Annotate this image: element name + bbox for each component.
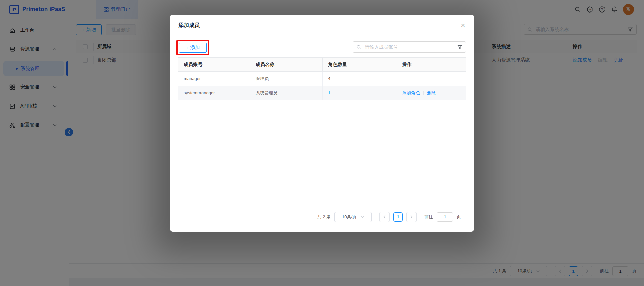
cell-role-count: 4 [323, 72, 397, 86]
member-search-input[interactable] [364, 44, 455, 50]
table-empty-space [178, 100, 466, 210]
column-header-account: 成员账号 [178, 58, 250, 71]
app: P Primeton iPaaS 管理门户 AI [0, 0, 644, 286]
member-search-box [353, 41, 466, 53]
next-page-button[interactable] [406, 212, 417, 222]
goto-page-input[interactable] [437, 212, 453, 222]
cell-account: manager [178, 72, 250, 86]
cell-role-count: 1 [323, 86, 397, 100]
cell-actions [397, 72, 466, 86]
role-count-link[interactable]: 1 [328, 90, 330, 95]
column-header-name: 成员名称 [250, 58, 323, 71]
divider [423, 91, 424, 95]
button-label: 添加 [190, 45, 200, 51]
page-size-value: 10条/页 [342, 214, 357, 220]
page-unit-label: 页 [457, 214, 461, 220]
search-icon [356, 45, 361, 50]
member-table: 成员账号 成员名称 角色数量 操作 manager 管理员 4 systemma… [178, 57, 466, 224]
add-button[interactable]: + 添加 [179, 43, 207, 53]
cell-name: 管理员 [250, 72, 323, 86]
total-count: 共 2 条 [317, 214, 331, 220]
page-number-button[interactable]: 1 [393, 212, 403, 222]
add-role-link[interactable]: 添加角色 [402, 90, 420, 96]
filter-icon[interactable] [457, 45, 462, 50]
column-header-actions: 操作 [397, 58, 466, 71]
delete-link[interactable]: 删除 [427, 90, 436, 96]
member-row: manager 管理员 4 [178, 72, 466, 86]
cell-name: 系统管理员 [250, 86, 323, 100]
add-member-dialog: 添加成员 × + 添加 成员账号 成员名称 [170, 15, 474, 232]
close-icon[interactable]: × [459, 21, 467, 29]
plus-icon: + [186, 45, 188, 50]
dialog-title: 添加成员 [178, 15, 200, 36]
prev-page-button[interactable] [379, 212, 390, 222]
cell-account: systemmanager [178, 86, 250, 100]
chevron-down-icon [361, 216, 364, 218]
dialog-header: 添加成员 × [170, 15, 474, 36]
member-table-header: 成员账号 成员名称 角色数量 操作 [178, 58, 466, 72]
page-number: 1 [397, 214, 399, 219]
cell-actions: 添加角色 删除 [397, 86, 466, 100]
goto-label: 前往 [424, 214, 433, 220]
member-row: systemmanager 系统管理员 1 添加角色 删除 [178, 86, 466, 100]
column-header-roles: 角色数量 [323, 58, 397, 71]
member-pagination: 共 2 条 10条/页 [178, 210, 466, 224]
page-size-select[interactable]: 10条/页 [334, 212, 372, 222]
